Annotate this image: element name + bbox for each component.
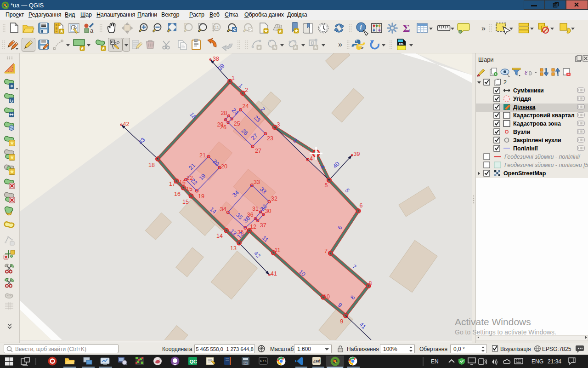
svg-text:Шари: Шари	[478, 56, 494, 63]
svg-text:27: 27	[255, 148, 261, 154]
svg-text:5: 5	[325, 182, 328, 189]
svg-text:>: >	[361, 46, 363, 50]
svg-text:64: 64	[243, 362, 247, 365]
svg-text:28: 28	[221, 110, 227, 116]
svg-text:ε: ε	[525, 68, 528, 76]
svg-text:2: 2	[245, 87, 248, 93]
svg-text:Кадастрова зона: Кадастрова зона	[513, 121, 561, 127]
svg-text:41: 41	[271, 270, 277, 277]
svg-text:Σ: Σ	[403, 22, 410, 34]
svg-text:Угіддя: Угіддя	[513, 96, 531, 102]
svg-text:10: 10	[323, 293, 330, 300]
svg-text:Полілінії: Полілінії	[513, 145, 538, 152]
svg-text:Кадастровий квартал: Кадастровий квартал	[513, 112, 575, 119]
svg-text:i: i	[360, 24, 362, 31]
svg-text:EN: EN	[431, 358, 439, 365]
svg-text:20: 20	[221, 163, 227, 170]
svg-text:19: 19	[198, 193, 204, 200]
svg-text:QC: QC	[190, 359, 198, 364]
svg-text:16: 16	[179, 179, 186, 186]
svg-text:XML: XML	[399, 43, 404, 46]
svg-text:16: 16	[174, 191, 181, 197]
svg-text:17: 17	[169, 181, 175, 187]
svg-text:Геодезичні зйомки - полігони [: Геодезичні зйомки - полігони [5	[504, 162, 588, 168]
svg-text:38: 38	[213, 56, 219, 62]
svg-text:42: 42	[123, 121, 130, 127]
svg-text:21: 21	[199, 152, 206, 159]
svg-text:7: 7	[324, 248, 328, 254]
svg-text:8: 8	[369, 280, 372, 287]
svg-text:1: 1	[232, 75, 235, 81]
svg-text:Zed: Zed	[313, 359, 321, 363]
svg-text:»: »	[481, 24, 486, 32]
svg-text:34: 34	[220, 206, 226, 213]
svg-text:39: 39	[354, 151, 360, 157]
svg-text:33: 33	[254, 179, 260, 185]
svg-text:11: 11	[275, 247, 281, 253]
svg-text:OpenStreetMap: OpenStreetMap	[503, 170, 546, 177]
svg-text:1:1: 1:1	[214, 26, 219, 29]
svg-text:12: 12	[250, 224, 256, 230]
svg-text:Закріплені вузли: Закріплені вузли	[513, 137, 561, 144]
svg-text:18: 18	[148, 162, 155, 168]
svg-text:C:\: C:\	[260, 359, 267, 363]
svg-text:37: 37	[260, 222, 266, 229]
svg-text:31: 31	[252, 206, 259, 212]
svg-text:32: 32	[271, 196, 277, 202]
svg-text:26: 26	[220, 124, 226, 131]
svg-text:13: 13	[230, 245, 237, 252]
svg-text:4: 4	[310, 155, 313, 162]
svg-text:Суміжники: Суміжники	[513, 87, 544, 94]
svg-text:15: 15	[186, 186, 192, 192]
svg-text:25: 25	[234, 121, 240, 127]
svg-text:21:34: 21:34	[548, 358, 561, 365]
svg-text:3: 3	[277, 121, 280, 128]
svg-text:9: 9	[340, 318, 343, 325]
svg-text:23: 23	[267, 135, 273, 142]
svg-text:Геодезичні зйомки - полілінії: Геодезичні зйомки - полілінії	[504, 154, 581, 160]
svg-text:»: »	[338, 40, 342, 48]
svg-text:a: a	[90, 27, 94, 34]
svg-text:Ділянка: Ділянка	[513, 104, 536, 110]
svg-text:14: 14	[216, 233, 223, 239]
svg-text:15: 15	[182, 199, 189, 205]
svg-text:24: 24	[243, 103, 249, 109]
svg-text:ENG: ENG	[531, 358, 543, 365]
svg-text:6: 6	[360, 202, 363, 209]
svg-text:Вузли: Вузли	[513, 129, 531, 135]
svg-text:2: 2	[503, 79, 507, 86]
